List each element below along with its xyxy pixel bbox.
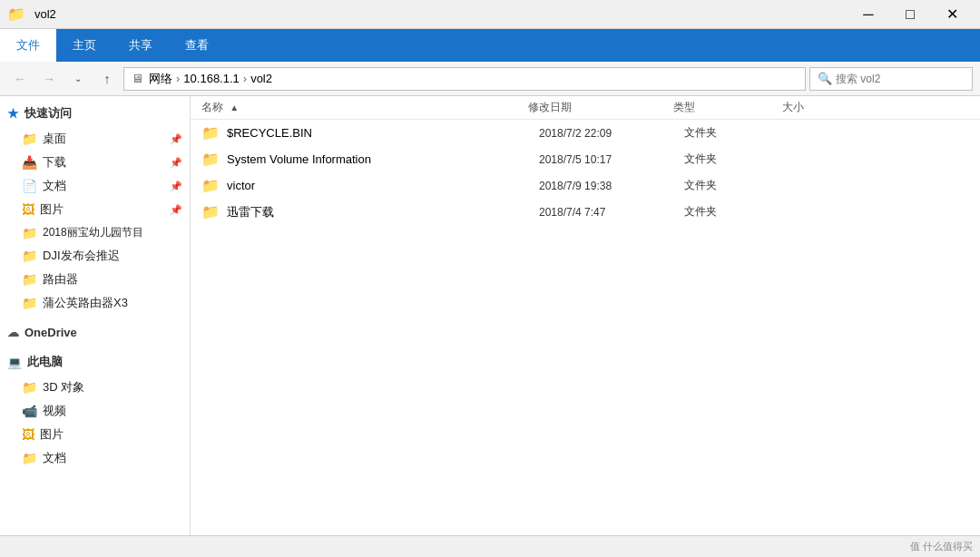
close-button[interactable]: ✕ [931,0,973,29]
file-name-2: victor [227,179,539,192]
content-area: 名称 ▲ 修改日期 类型 大小 📁 $RECYCLE.BIN 2018/7/2 … [191,96,980,535]
folder-dandelion-icon: 📁 [22,296,37,310]
folder-thunder-icon: 📁 [201,203,220,220]
file-date-0: 2018/7/2 22:09 [539,127,684,140]
path-segment-ip[interactable]: 10.168.1.1 › [183,72,250,85]
folder-icon: 📁 [22,132,37,146]
pin-icon-2: 📌 [170,157,182,169]
table-row[interactable]: 📁 $RECYCLE.BIN 2018/7/2 22:09 文件夹 [191,120,980,146]
sidebar-item-dandelion[interactable]: 📁 蒲公英路由器X3 [0,291,190,315]
title-bar-text: vol2 [34,7,56,21]
minimize-button[interactable]: ─ [848,0,889,29]
dropdown-button[interactable]: ⌄ [65,66,91,92]
folder-2018-icon: 📁 [22,226,37,240]
path-segment-vol[interactable]: vol2 [250,72,272,85]
col-date-header[interactable]: 修改日期 [528,100,673,115]
col-type-header[interactable]: 类型 [673,100,782,115]
folder-docs-icon: 📄 [22,179,37,193]
title-bar: 📁 vol2 ─ □ ✕ [0,0,980,29]
sidebar-item-docs[interactable]: 📄 文档 📌 [0,174,190,198]
up-button[interactable]: ↑ [94,66,120,92]
folder-video-icon: 📹 [22,404,37,418]
folder-3d-icon: 📁 [22,380,37,395]
sidebar-item-document[interactable]: 📁 文档 [0,446,190,470]
pin-icon: 📌 [170,133,182,145]
table-row[interactable]: 📁 迅雷下载 2018/7/4 7:47 文件夹 [191,199,980,225]
cloud-icon: ☁ [7,326,19,339]
search-input[interactable] [836,73,965,85]
path-home-icon: 🖥 [132,72,143,85]
search-icon: 🔍 [818,72,832,85]
file-date-3: 2018/7/4 7:47 [539,206,684,219]
status-bar: 值 什么值得买 [0,535,980,557]
sort-arrow: ▲ [230,103,239,112]
star-icon: ★ [7,106,19,121]
watermark-text: 值 什么值得买 [910,540,973,553]
title-folder-icon: 📁 [7,5,25,23]
sidebar-item-2018[interactable]: 📁 2018丽宝幼儿园节目 [0,221,190,244]
folder-recycle-icon: 📁 [201,124,220,142]
address-bar: ← → ⌄ ↑ 🖥 网络 › 10.168.1.1 › vol2 🔍 [0,62,980,96]
menu-bar: 文件 主页 共享 查看 [0,29,980,62]
content-header: 名称 ▲ 修改日期 类型 大小 [191,96,980,120]
sidebar: ★ 快速访问 📁 桌面 📌 📥 下载 📌 📄 文档 📌 🖼 图片 📌 📁 201… [0,96,191,535]
file-name-0: $RECYCLE.BIN [227,126,539,140]
sidebar-item-dji[interactable]: 📁 DJI发布会推迟 [0,244,190,268]
menu-view[interactable]: 查看 [169,29,225,62]
sidebar-item-video[interactable]: 📹 视频 [0,399,190,423]
address-path[interactable]: 🖥 网络 › 10.168.1.1 › vol2 [123,67,806,91]
folder-router-icon: 📁 [22,272,37,287]
file-name-1: System Volume Information [227,152,539,166]
table-row[interactable]: 📁 victor 2018/7/9 19:38 文件夹 [191,172,980,199]
sidebar-item-router[interactable]: 📁 路由器 [0,268,190,291]
search-box[interactable]: 🔍 [809,67,973,91]
file-name-3: 迅雷下载 [227,204,539,220]
maximize-button[interactable]: □ [889,0,931,29]
pc-icon: 💻 [7,356,22,369]
file-type-0: 文件夹 [684,125,793,141]
path-segment-network[interactable]: 网络 › [149,71,183,87]
sidebar-quick-access[interactable]: ★ 快速访问 [0,100,190,127]
file-type-2: 文件夹 [684,178,793,193]
forward-button[interactable]: → [36,66,62,92]
main-layout: ★ 快速访问 📁 桌面 📌 📥 下载 📌 📄 文档 📌 🖼 图片 📌 📁 201… [0,96,980,535]
sidebar-item-pic[interactable]: 🖼 图片 [0,423,190,446]
file-type-1: 文件夹 [684,151,793,167]
menu-file[interactable]: 文件 [0,29,56,62]
file-date-1: 2018/7/5 10:17 [539,153,684,166]
sidebar-thispc[interactable]: 💻 此电脑 [0,348,190,376]
pin-icon-4: 📌 [170,204,182,216]
sidebar-item-desktop[interactable]: 📁 桌面 📌 [0,127,190,151]
folder-dji-icon: 📁 [22,249,37,263]
title-bar-icons: 📁 vol2 [7,5,56,23]
pin-icon-3: 📌 [170,181,182,192]
folder-pictures-icon: 🖼 [22,202,34,217]
sidebar-item-pictures[interactable]: 🖼 图片 📌 [0,198,190,221]
col-size-header[interactable]: 大小 [782,100,855,115]
title-bar-controls: ─ □ ✕ [848,0,973,29]
file-date-2: 2018/7/9 19:38 [539,180,684,192]
folder-victor-icon: 📁 [201,177,220,194]
folder-svi-icon: 📁 [201,151,220,168]
folder-download-icon: 📥 [22,155,37,170]
sidebar-item-download[interactable]: 📥 下载 📌 [0,151,190,174]
back-button[interactable]: ← [7,66,33,92]
file-type-3: 文件夹 [684,204,793,220]
sidebar-onedrive[interactable]: ☁ OneDrive [0,320,190,345]
folder-pic-icon: 🖼 [22,427,34,442]
menu-home[interactable]: 主页 [56,29,113,62]
col-name-header[interactable]: 名称 ▲ [201,100,528,115]
sidebar-item-3d[interactable]: 📁 3D 对象 [0,376,190,399]
menu-share[interactable]: 共享 [113,29,169,62]
folder-document-icon: 📁 [22,451,37,465]
table-row[interactable]: 📁 System Volume Information 2018/7/5 10:… [191,146,980,172]
